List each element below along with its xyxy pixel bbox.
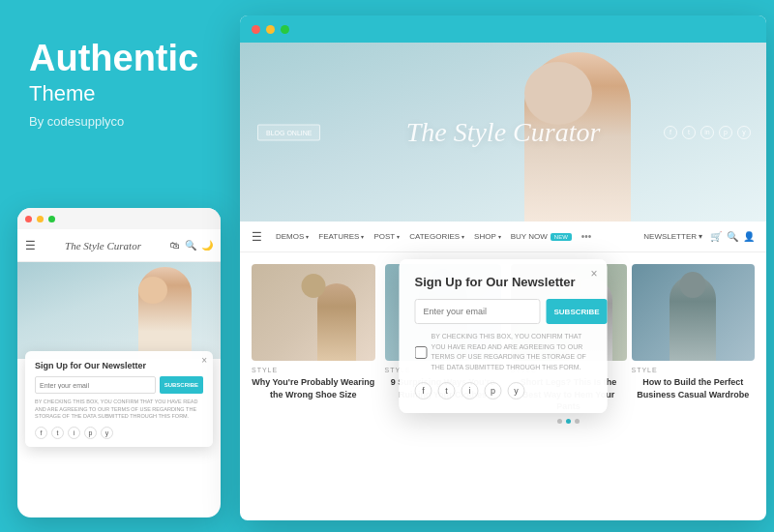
desktop-mockup: BLOG ONLINE The Style Curator f t in p y… <box>240 15 766 520</box>
desktop-newsletter-check-text: BY CHECKING THIS BOX, YOU CONFIRM THAT Y… <box>432 332 592 372</box>
hero-person-head <box>138 277 167 304</box>
nav-item-features[interactable]: FEATURES ▾ <box>318 232 364 241</box>
card-1-person <box>317 283 356 361</box>
mobile-nav-logo: The Style Curator <box>65 240 141 251</box>
nav-more-icon[interactable]: ••• <box>581 231 592 242</box>
desktop-dot-yellow <box>266 25 275 34</box>
mobile-nav: ☰ The Style Curator 🛍 🔍 🌙 <box>17 229 221 262</box>
mobile-search-icon[interactable]: 🔍 <box>185 240 196 251</box>
desktop-hero-social: f t in p y <box>664 126 751 139</box>
dot-2-active <box>566 419 571 424</box>
hero-youtube-icon[interactable]: y <box>737 126 751 139</box>
hero-twitter-icon[interactable]: t <box>682 126 696 139</box>
desktop-newsletter-title: Sign Up for Our Newsletter <box>415 275 592 289</box>
mobile-nav-icons: 🛍 🔍 🌙 <box>170 240 213 251</box>
mobile-dot-green <box>48 216 55 222</box>
desktop-nl-facebook-icon[interactable]: f <box>415 382 432 399</box>
card-4-title[interactable]: How to Build the Perfect Business Casual… <box>632 376 756 400</box>
desktop-newsletter-subscribe-button[interactable]: SUBSCRIBE <box>547 299 608 324</box>
desktop-hero-blog-button[interactable]: BLOG ONLINE <box>257 124 320 140</box>
desktop-newsletter-social-row: f t i p y <box>415 382 592 399</box>
mobile-newsletter-title: Sign Up for Our Newsletter <box>35 361 203 370</box>
desktop-hero-logo: The Style Curator <box>406 117 601 148</box>
desktop-nl-pinterest-icon[interactable]: p <box>485 382 502 399</box>
mobile-facebook-icon[interactable]: f <box>35 427 47 439</box>
desktop-nl-twitter-icon[interactable]: t <box>438 382 456 399</box>
mobile-newsletter-subscribe-button[interactable]: SUBSCRIBE <box>160 376 203 394</box>
desktop-newsletter-popup: × Sign Up for Our Newsletter SUBSCRIBE B… <box>400 259 608 413</box>
card-1-tag: STYLE <box>252 367 375 373</box>
mobile-newsletter-social-row: f t i p y <box>35 427 203 439</box>
desktop-newsletter-input-row: SUBSCRIBE <box>415 299 592 324</box>
desktop-profile-icon[interactable]: 👤 <box>743 231 755 242</box>
mobile-newsletter-input-row: SUBSCRIBE <box>35 376 203 394</box>
mobile-hero <box>17 262 221 359</box>
mobile-mockup: ☰ The Style Curator 🛍 🔍 🌙 × Sign Up for … <box>17 208 221 517</box>
desktop-card-1: STYLE Why You're Probably Wearing the Wr… <box>252 264 375 429</box>
nav-newsletter-button[interactable]: NEWSLETTER ▾ <box>643 232 702 241</box>
desktop-nav: ☰ DEMOS ▾ FEATURES ▾ POST ▾ CATEGORIES ▾… <box>240 222 766 252</box>
mobile-top-bar <box>17 208 221 229</box>
desktop-newsletter-email-input[interactable] <box>415 299 541 324</box>
desktop-newsletter-checkbox[interactable] <box>415 333 428 372</box>
desktop-content-area: STYLE Why You're Probably Wearing the Wr… <box>240 252 766 429</box>
mobile-moon-icon[interactable]: 🌙 <box>201 240 213 251</box>
buy-now-badge: NEW <box>551 233 572 241</box>
desktop-dot-red <box>252 25 260 34</box>
card-1-head <box>301 274 325 298</box>
mobile-newsletter-popup: × Sign Up for Our Newsletter SUBSCRIBE B… <box>25 351 213 447</box>
mobile-newsletter-email-input[interactable] <box>35 376 156 394</box>
desktop-nav-right: NEWSLETTER ▾ 🛒 🔍 👤 <box>643 231 755 242</box>
mobile-dot-yellow <box>37 216 44 222</box>
nav-item-buy-now[interactable]: BUY NOW NEW <box>511 232 572 241</box>
dot-3 <box>575 419 580 424</box>
desktop-newsletter-checkbox-row: BY CHECKING THIS BOX, YOU CONFIRM THAT Y… <box>415 332 592 372</box>
mobile-hamburger-icon[interactable]: ☰ <box>25 239 36 252</box>
nav-item-categories[interactable]: CATEGORIES ▾ <box>409 232 464 241</box>
desktop-nav-action-icons: 🛒 🔍 👤 <box>710 231 755 242</box>
mobile-cart-icon[interactable]: 🛍 <box>170 240 180 251</box>
card-1-image <box>252 264 375 361</box>
mobile-dot-red <box>25 216 32 222</box>
card-4-head <box>680 272 706 298</box>
mobile-newsletter-close-button[interactable]: × <box>201 355 207 366</box>
desktop-newsletter-close-button[interactable]: × <box>590 267 597 281</box>
brand-subtitle: Theme <box>29 81 203 106</box>
hero-pinterest-icon[interactable]: p <box>719 126 732 139</box>
desktop-hero: BLOG ONLINE The Style Curator f t in p y <box>240 43 766 222</box>
desktop-hamburger-icon[interactable]: ☰ <box>252 230 262 244</box>
dot-1 <box>557 419 562 424</box>
mobile-youtube-icon[interactable]: y <box>101 427 113 439</box>
desktop-dot-green <box>281 25 289 34</box>
nav-item-post[interactable]: POST ▾ <box>373 232 400 241</box>
mobile-newsletter-checkbox-text: BY CHECKING THIS BOX, YOU CONFIRM THAT Y… <box>35 399 203 421</box>
brand-title: Authentic <box>29 39 203 79</box>
desktop-hero-head <box>524 62 592 125</box>
nav-item-shop[interactable]: SHOP ▾ <box>474 232 501 241</box>
desktop-top-bar <box>240 15 766 43</box>
newsletter-and-cards: × Sign Up for Our Newsletter SUBSCRIBE B… <box>380 264 627 429</box>
mobile-hero-image <box>17 262 221 359</box>
desktop-cart-icon[interactable]: 🛒 <box>710 231 722 242</box>
brand-by: By codesupplyco <box>29 114 203 129</box>
desktop-search-icon[interactable]: 🔍 <box>727 231 738 242</box>
card-1-title[interactable]: Why You're Probably Wearing the Wrong Sh… <box>252 376 375 400</box>
mobile-twitter-icon[interactable]: t <box>51 427 64 439</box>
hero-linkedin-icon[interactable]: in <box>700 126 714 139</box>
card-4-tag: STYLE <box>632 367 756 373</box>
desktop-card-4: STYLE How to Build the Perfect Business … <box>632 264 756 429</box>
desktop-nl-youtube-icon[interactable]: y <box>508 382 525 399</box>
card-3-dots <box>511 413 627 429</box>
hero-facebook-icon[interactable]: f <box>664 126 677 139</box>
desktop-nl-instagram-icon[interactable]: i <box>461 382 479 399</box>
nav-item-demos[interactable]: DEMOS ▾ <box>276 232 309 241</box>
card-4-image <box>632 264 756 361</box>
mobile-instagram-icon[interactable]: i <box>68 427 80 439</box>
mobile-pinterest-icon[interactable]: p <box>84 427 97 439</box>
